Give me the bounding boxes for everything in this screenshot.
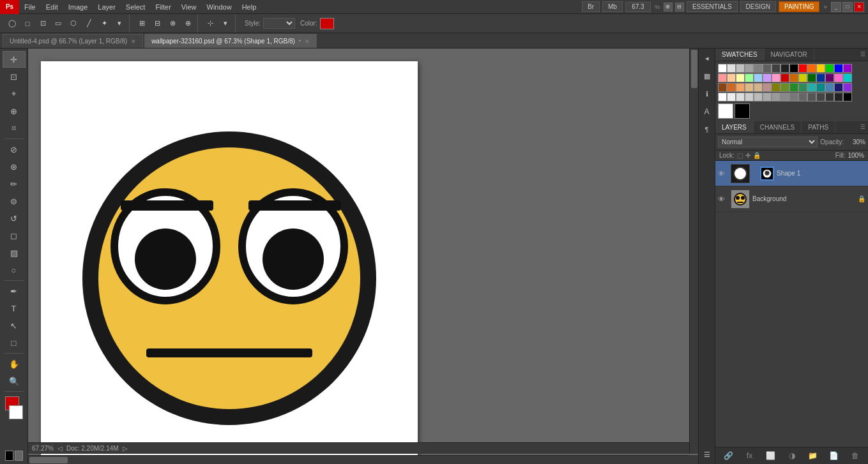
swatch-fg-white[interactable]	[718, 103, 733, 119]
adjustment-layer-btn[interactable]: ◑	[786, 450, 798, 461]
transform-options[interactable]: ▾	[218, 17, 232, 31]
bridge-button[interactable]: Br	[582, 1, 600, 12]
swatch-olive[interactable]	[798, 73, 807, 82]
zoom-field[interactable]: 67.3	[625, 2, 651, 12]
select-tool[interactable]: ⊡	[36, 17, 50, 31]
swatch-darkgray[interactable]	[780, 64, 789, 73]
swatch-w12[interactable]	[816, 93, 825, 101]
swatch-lightblue[interactable]	[754, 73, 763, 82]
vertical-scroll-thumb[interactable]	[691, 50, 697, 88]
dodge-tool[interactable]: ○	[3, 262, 26, 278]
swatch-gray1[interactable]	[745, 64, 754, 73]
swatch-darkred[interactable]	[780, 73, 789, 82]
path-inter[interactable]: ⊗	[165, 17, 179, 31]
lock-position-icon[interactable]: ✛	[745, 152, 750, 159]
link-layers-btn[interactable]: 🔗	[722, 450, 735, 461]
vertical-scrollbar[interactable]	[689, 49, 698, 454]
swatch-darkcyan[interactable]	[816, 83, 825, 92]
swatch-brown[interactable]	[789, 73, 798, 82]
paragraph-panel-icon[interactable]: ¶	[700, 123, 714, 137]
swatch-peach[interactable]	[727, 73, 736, 82]
quick-select-tool[interactable]: ⊕	[3, 103, 26, 119]
color-swatch[interactable]	[320, 18, 334, 29]
hand-tool[interactable]: ✋	[3, 355, 26, 372]
swatch-lightseagreen[interactable]	[807, 83, 816, 92]
crop-tool[interactable]: ⌗	[3, 120, 26, 137]
rounded-rect-tool[interactable]: ▭	[51, 17, 65, 31]
standard-mode-btn[interactable]	[5, 451, 13, 461]
swatch-w7[interactable]	[772, 93, 780, 101]
swatch-green[interactable]	[825, 64, 834, 73]
path-add[interactable]: ⊞	[135, 17, 149, 31]
swatch-lightgray[interactable]	[727, 64, 736, 73]
canvas-area[interactable]: 67.27% ◁ Doc: 2.20M/2.14M ▷	[28, 49, 698, 464]
menu-file[interactable]: File	[19, 0, 41, 13]
tab-wallpaper[interactable]: wallpaper-323160.psd @ 67.3% (Shape 1, R…	[144, 34, 317, 48]
horizontal-scrollbar[interactable]	[28, 455, 689, 464]
rect-tool[interactable]: □	[20, 17, 34, 31]
swatch-w15[interactable]	[843, 93, 852, 101]
swatch-rosybrown[interactable]	[763, 83, 772, 92]
swatch-darkpurple[interactable]	[825, 73, 834, 82]
swatch-hotpink[interactable]	[834, 73, 843, 82]
polygon-tool[interactable]: ⬡	[66, 17, 80, 31]
swatch-w8[interactable]	[780, 93, 789, 101]
tab-wallpaper-close[interactable]: ✕	[305, 38, 310, 45]
path-select-tool[interactable]: ↖	[3, 317, 26, 334]
minimize-button[interactable]: _	[831, 2, 841, 12]
ellipse-tool[interactable]: ◯	[5, 17, 19, 31]
painting-button[interactable]: PAINTING	[779, 1, 819, 12]
swatch-blue[interactable]	[834, 64, 843, 73]
line-tool[interactable]: ╱	[82, 17, 96, 31]
lasso-tool[interactable]: ⌖	[3, 86, 26, 102]
blend-mode-select[interactable]: Normal Multiply Screen Overlay	[718, 137, 818, 147]
swatch-yellow[interactable]	[816, 64, 825, 73]
eyedropper-tool[interactable]: ⊘	[3, 141, 26, 158]
swatch-steelblue[interactable]	[825, 83, 834, 92]
gradient-tool[interactable]: ▨	[3, 244, 26, 261]
info-panel-icon[interactable]: ℹ	[700, 87, 714, 101]
swatch-gray3[interactable]	[763, 64, 772, 73]
actions-panel-icon[interactable]: ☰	[700, 447, 714, 461]
marquee-tool[interactable]: ⊡	[3, 68, 26, 85]
layer-shape1[interactable]: 👁 Shape 1	[715, 161, 868, 186]
swatch-w9[interactable]	[789, 93, 798, 101]
swatch-white[interactable]	[718, 64, 727, 73]
menu-view[interactable]: View	[176, 0, 202, 13]
swatch-w11[interactable]	[807, 93, 816, 101]
swatch-sandybrown[interactable]	[736, 83, 745, 92]
menu-image[interactable]: Image	[63, 0, 93, 13]
swatch-gray4[interactable]	[772, 64, 780, 73]
background-color[interactable]	[9, 405, 23, 419]
swatch-lavender[interactable]	[763, 73, 772, 82]
maximize-button[interactable]: □	[842, 2, 853, 12]
swatch-lightred[interactable]	[718, 73, 727, 82]
swatch-w3[interactable]	[736, 93, 745, 101]
lock-pixels-icon[interactable]: ⬚	[737, 152, 743, 159]
swatch-cyan[interactable]	[843, 73, 852, 82]
swatches-panel-icon[interactable]: ▩	[700, 69, 714, 83]
zoom-tool[interactable]: 🔍	[3, 373, 26, 389]
menu-layer[interactable]: Layer	[93, 0, 121, 13]
history-brush-tool[interactable]: ↺	[3, 210, 26, 227]
text-tool[interactable]: T	[3, 300, 26, 317]
brush-tool[interactable]: ✏	[3, 176, 26, 192]
horizontal-scroll-thumb[interactable]	[29, 457, 68, 463]
swatch-midnightblue[interactable]	[834, 83, 843, 92]
add-mask-btn[interactable]: ⬜	[765, 450, 777, 461]
move-tool[interactable]: ✛	[3, 51, 26, 68]
swatch-blueviolet[interactable]	[843, 83, 852, 92]
swatch-orange[interactable]	[807, 64, 816, 73]
swatch-fg-black[interactable]	[735, 103, 750, 119]
swatch-chocolate[interactable]	[727, 83, 736, 92]
add-style-btn[interactable]: fx	[743, 450, 756, 461]
swatch-pink[interactable]	[772, 73, 780, 82]
pen-tool[interactable]: ✒	[3, 283, 26, 299]
swatch-forestgreen[interactable]	[789, 83, 798, 92]
zoom-stepper-right[interactable]: ▷	[123, 445, 128, 452]
lock-all-icon[interactable]: 🔒	[753, 152, 761, 159]
eraser-tool[interactable]: ◻	[3, 227, 26, 244]
more-workspaces-icon[interactable]: »	[822, 3, 828, 10]
swatch-red[interactable]	[798, 64, 807, 73]
swatch-w6[interactable]	[763, 93, 772, 101]
